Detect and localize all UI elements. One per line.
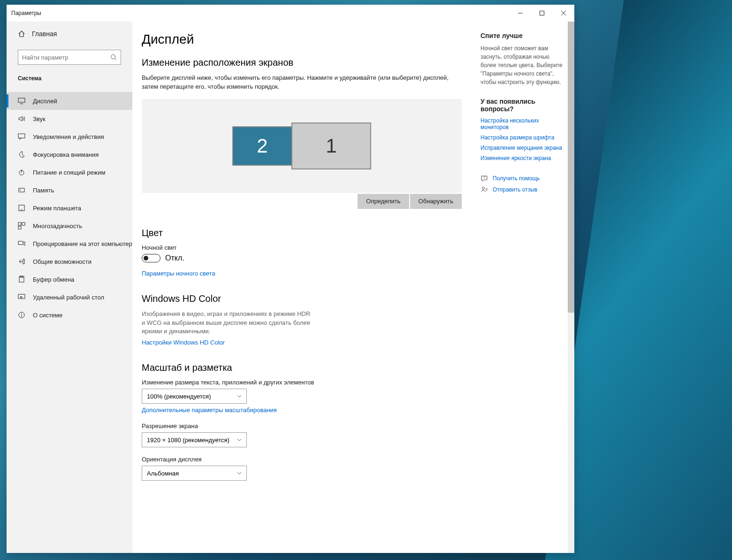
storage-icon (18, 186, 25, 194)
home-label: Главная (32, 30, 57, 38)
power-icon (18, 169, 25, 176)
search-box[interactable] (18, 50, 121, 65)
nav-power[interactable]: Питание и спящий режим (7, 163, 132, 181)
nav-storage[interactable]: Память (7, 181, 132, 199)
svg-rect-17 (18, 226, 21, 229)
clipboard-icon (18, 276, 25, 283)
nav-label: Буфер обмена (33, 276, 74, 283)
hdcolor-link[interactable]: Настройки Windows HD Color (142, 339, 225, 346)
scale-value: 100% (рекомендуется) (147, 393, 211, 400)
nav-label: Удаленный рабочий стол (33, 294, 104, 301)
maximize-button[interactable] (531, 5, 553, 22)
svg-rect-15 (18, 222, 21, 225)
sleep-text: Ночной свет поможет вам заснуть, отображ… (480, 44, 565, 86)
svg-point-4 (111, 55, 115, 59)
feedback-link[interactable]: Отправить отзыв (480, 186, 565, 193)
nav-label: Общие возможности (33, 258, 92, 265)
info-icon (18, 311, 25, 319)
scale-select[interactable]: 100% (рекомендуется) (142, 389, 247, 404)
monitor-1[interactable]: 1 (291, 123, 371, 169)
night-light-settings-link[interactable]: Параметры ночного света (142, 270, 215, 277)
multitask-icon (18, 222, 25, 230)
nav-sound[interactable]: Звук (7, 110, 132, 128)
svg-rect-1 (540, 11, 544, 15)
nav-clipboard[interactable]: Буфер обмена (7, 270, 132, 288)
help-link[interactable]: Исправление мерцания экрана (480, 145, 565, 151)
section-scale: Масштаб и разметка (142, 362, 462, 373)
night-light-label: Ночной свет (142, 244, 462, 251)
nav-display[interactable]: Дисплей (7, 92, 132, 110)
nav-label: Дисплей (33, 98, 57, 105)
nav-shared[interactable]: Общие возможности (7, 253, 132, 270)
svg-point-12 (20, 190, 21, 191)
identify-button[interactable]: Определить (358, 194, 409, 209)
chat-icon (18, 133, 25, 140)
orientation-select[interactable]: Альбомная (142, 466, 247, 481)
resolution-label: Разрешение экрана (142, 422, 462, 430)
get-help-link[interactable]: ? Получить помощь (480, 175, 565, 182)
aside: Спите лучше Ночной свет поможет вам засн… (471, 22, 574, 553)
share-icon (18, 258, 25, 265)
orientation-value: Альбомная (147, 470, 179, 477)
project-icon (18, 240, 25, 247)
arrange-desc: Выберите дисплей ниже, чтобы изменить ег… (142, 74, 462, 92)
hdcolor-desc: Изображения в видео, играх и приложениях… (142, 310, 311, 337)
scrollbar-thumb[interactable] (568, 22, 574, 313)
nav-label: Звук (33, 115, 46, 123)
search-input[interactable] (22, 54, 117, 61)
monitor-arena[interactable]: 2 1 (142, 99, 462, 193)
section-color: Цвет (142, 228, 462, 238)
chevron-down-icon (237, 393, 242, 400)
help-link[interactable]: Настройка нескольких мониторов (480, 117, 565, 130)
nav-label: Питание и спящий режим (33, 169, 105, 176)
home-link[interactable]: Главная (7, 24, 132, 43)
orientation-label: Ориентация дисплея (142, 456, 462, 463)
svg-rect-6 (18, 98, 25, 102)
night-light-toggle[interactable] (142, 254, 160, 262)
nav-tablet[interactable]: Режим планшета (7, 199, 132, 217)
minimize-button[interactable] (510, 5, 531, 22)
svg-point-25 (21, 313, 22, 314)
group-label: Система (7, 69, 132, 86)
home-icon (18, 30, 25, 38)
nav-label: Уведомления и действия (33, 133, 104, 140)
svg-rect-11 (19, 188, 24, 192)
help-link[interactable]: Изменение яркости экрана (480, 155, 565, 161)
chevron-down-icon (237, 437, 242, 444)
nav-label: Режим планшета (33, 205, 81, 212)
nav-label: Проецирование на этот компьютер (33, 240, 132, 247)
feedback-icon (480, 186, 488, 193)
sleep-heading: Спите лучше (480, 32, 565, 39)
search-icon (110, 54, 117, 61)
remote-icon (18, 293, 25, 301)
close-button[interactable] (553, 5, 574, 22)
window-controls (510, 5, 574, 22)
svg-line-5 (115, 59, 117, 61)
monitor-2[interactable]: 2 (232, 126, 292, 166)
scale-label: Изменение размера текста, приложений и д… (142, 379, 462, 386)
svg-rect-16 (22, 222, 25, 225)
settings-window: Параметры Главная Система Ди (7, 5, 574, 553)
advanced-scaling-link[interactable]: Дополнительные параметры масштабирования (142, 407, 277, 414)
questions-heading: У вас появились вопросы? (480, 98, 565, 113)
section-arrange: Изменение расположения экранов (142, 57, 462, 68)
nav-remote[interactable]: Удаленный рабочий стол (7, 288, 132, 306)
nav-notifications[interactable]: Уведомления и действия (7, 128, 132, 146)
help-link[interactable]: Настройка размера шрифта (480, 134, 565, 141)
detect-button[interactable]: Обнаружить (410, 194, 462, 209)
moon-icon (18, 151, 25, 158)
sidebar: Главная Система Дисплей Звук (7, 22, 132, 553)
nav-focus[interactable]: Фокусировка внимания (7, 146, 132, 163)
svg-point-27 (482, 187, 485, 190)
nav-multitask[interactable]: Многозадачность (7, 217, 132, 235)
nav-project[interactable]: Проецирование на этот компьютер (7, 235, 132, 253)
page-title: Дисплей (142, 32, 462, 47)
resolution-select[interactable]: 1920 × 1080 (рекомендуется) (142, 432, 247, 447)
chevron-down-icon (237, 470, 242, 477)
nav-label: Фокусировка внимания (33, 151, 99, 158)
nav-label: Многозадачность (33, 222, 82, 230)
svg-rect-18 (18, 241, 23, 245)
nav-about[interactable]: О системе (7, 306, 132, 324)
window-title: Параметры (11, 10, 41, 16)
section-hdcolor: Windows HD Color (142, 293, 462, 304)
